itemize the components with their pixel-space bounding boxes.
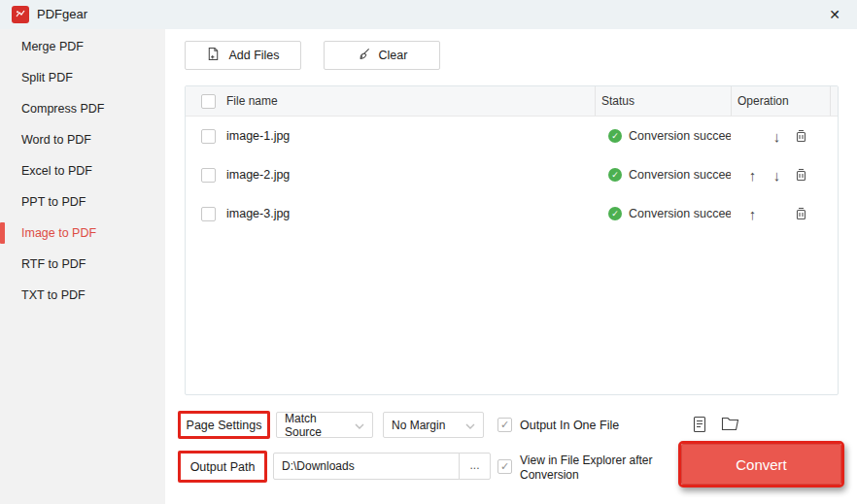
sidebar-item-txt-to-pdf[interactable]: TXT to PDF [0,280,165,311]
sidebar-item-image-to-pdf[interactable]: Image to PDF [0,218,165,249]
active-indicator [0,222,5,244]
sidebar-item-label: Compress PDF [21,102,104,116]
output-in-one-file-checkbox[interactable]: ✓ [497,418,512,432]
view-in-explorer-checkbox[interactable]: ✓ [497,459,512,474]
success-check-icon: ✓ [608,168,622,182]
move-down-icon[interactable]: ↓ [765,128,789,145]
sidebar-item-split-pdf[interactable]: Split PDF [0,62,165,93]
delete-icon[interactable] [789,167,813,183]
page-size-value: Match Source [285,412,355,439]
select-all-checkbox[interactable]: ✓ [201,94,216,109]
move-down-icon[interactable]: ↓ [765,167,789,184]
clear-button[interactable]: Clear [324,41,440,70]
window-title: PDFgear [37,0,87,29]
table-row: ✓ image-2.jpg ✓ Conversion succeeded ↑ ↓ [186,155,838,194]
add-files-button[interactable]: Add Files [185,41,301,70]
close-icon[interactable]: ✕ [818,0,851,29]
column-header-file-name: File name [226,94,595,108]
sidebar-item-label: PPT to PDF [21,195,86,209]
success-check-icon: ✓ [608,129,622,143]
title-bar: PDFgear ✕ [0,0,857,29]
sidebar-item-label: Image to PDF [21,226,96,240]
clear-label: Clear [379,49,408,62]
column-header-status: Status [595,86,731,116]
sidebar-item-label: RTF to PDF [21,257,86,271]
folder-icon[interactable] [721,416,739,432]
browse-button[interactable]: ... [459,453,491,480]
move-up-icon[interactable]: ↑ [740,206,765,222]
delete-icon[interactable] [789,206,813,221]
pdfgear-logo-icon [12,6,29,23]
status-text: Conversion succeeded [629,129,731,143]
sidebar-item-label: Split PDF [21,71,73,84]
delete-icon[interactable] [789,128,813,144]
sidebar-item-label: Merge PDF [21,40,84,53]
column-header-spacer [830,86,838,116]
sidebar-item-label: Excel to PDF [21,164,92,178]
chevron-down-icon [465,419,475,432]
margin-dropdown[interactable]: No Margin [383,412,484,438]
view-in-explorer-label: View in File Explorer after Conversion [520,454,677,483]
sidebar-item-compress-pdf[interactable]: Compress PDF [0,93,165,124]
page-settings-label-highlighted: Page Settings [178,411,270,439]
sidebar-item-label: TXT to PDF [21,288,86,302]
status-text: Conversion succeeded [629,168,731,182]
sidebar-item-rtf-to-pdf[interactable]: RTF to PDF [0,249,165,280]
convert-button-highlighted: Convert [678,441,844,487]
broom-icon [357,47,371,64]
status-text: Conversion succeeded [629,207,731,220]
column-header-operation: Operation [731,86,830,116]
sidebar-item-ppt-to-pdf[interactable]: PPT to PDF [0,186,165,218]
table-row: ✓ image-3.jpg ✓ Conversion succeeded ↑ [186,194,838,233]
add-files-label: Add Files [228,49,279,62]
convert-button[interactable]: Convert [681,444,841,485]
page-settings-label: Page Settings [187,419,262,432]
move-up-icon[interactable]: ↑ [740,167,765,184]
sidebar: Merge PDF Split PDF Compress PDF Word to… [0,29,165,504]
file-name: image-3.jpg [226,207,595,220]
output-in-one-file-label: Output In One File [520,419,619,432]
row-checkbox[interactable]: ✓ [201,168,216,183]
chevron-down-icon [355,419,364,432]
success-check-icon: ✓ [608,207,622,220]
sidebar-item-label: Word to PDF [21,133,91,147]
file-name: image-1.jpg [226,129,595,143]
sidebar-item-word-to-pdf[interactable]: Word to PDF [0,124,165,155]
table-header-row: ✓ File name Status Operation [186,86,838,117]
output-path-label: Output Path [190,460,256,474]
row-checkbox[interactable]: ✓ [201,129,216,144]
sidebar-item-merge-pdf[interactable]: Merge PDF [0,31,165,62]
file-list: ✓ File name Status Operation ✓ image-1.j… [185,85,839,395]
row-checkbox[interactable]: ✓ [201,207,216,221]
pdfgear-window: PDFgear ✕ Merge PDF Split PDF Compress P… [0,0,857,504]
margin-value: No Margin [392,419,445,432]
file-plus-icon [206,47,221,64]
table-row: ✓ image-1.jpg ✓ Conversion succeeded ↓ [186,117,838,155]
output-path-label-highlighted: Output Path [178,451,267,483]
document-icon[interactable] [692,416,707,433]
page-size-dropdown[interactable]: Match Source [276,412,373,438]
output-path-input[interactable] [273,453,460,480]
file-name: image-2.jpg [226,168,595,182]
sidebar-item-excel-to-pdf[interactable]: Excel to PDF [0,155,165,186]
